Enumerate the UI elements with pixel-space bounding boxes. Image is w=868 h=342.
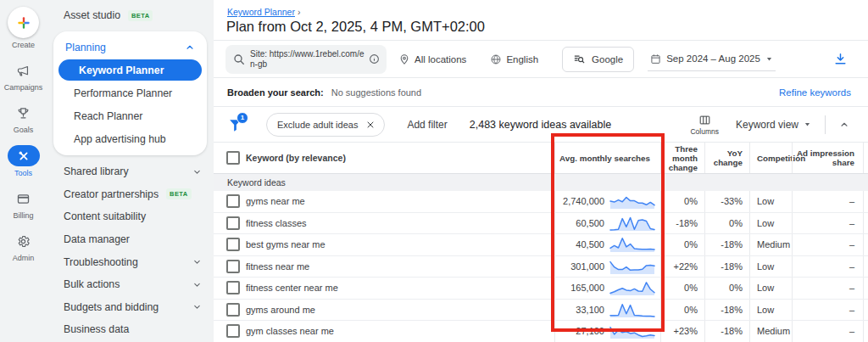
section-row-keyword-ideas: Keyword ideas (214, 174, 868, 191)
header-three-month-change[interactable]: Three month change (660, 143, 704, 173)
avg-searches-value: 301,000 (559, 261, 607, 272)
sidebar-item-troubleshooting[interactable]: Troubleshooting (47, 250, 214, 273)
language-selector[interactable]: English (490, 53, 538, 65)
avg-monthly-searches-cell: 165,000 (554, 278, 660, 299)
three-month-change-cell: +23% (660, 321, 704, 342)
breadcrumb-link[interactable]: Keyword Planner (227, 7, 295, 17)
sidebar-item-label: Business data (64, 323, 129, 335)
sidebar-item-shared-library[interactable]: Shared library (47, 160, 214, 183)
sidebar-item-budgets-and-bidding[interactable]: Budgets and bidding (47, 296, 214, 319)
sidebar-item-performance-planner[interactable]: Performance Planner (53, 82, 207, 105)
sidebar-item-label: Data manager (64, 233, 130, 245)
refine-keywords-link[interactable]: Refine keywords (779, 87, 851, 98)
rail-item-admin[interactable]: Admin (9, 231, 38, 262)
sidebar-item-reach-planner[interactable]: Reach Planner (53, 105, 207, 128)
chevron-up-icon (185, 42, 195, 53)
exclude-adult-ideas-chip[interactable]: Exclude adult ideas (266, 113, 385, 137)
network-selector[interactable]: Google (562, 47, 634, 72)
sidebar-item-business-data[interactable]: Business data (47, 318, 214, 341)
keyword-cell[interactable]: fitness near me (246, 256, 554, 278)
sidebar-item-keyword-planner[interactable]: Keyword Planner (58, 59, 202, 81)
search-icon (232, 53, 246, 66)
add-filter-button[interactable]: Add filter (407, 119, 447, 131)
yoy-change-cell: -18% (704, 300, 749, 321)
close-icon[interactable] (365, 120, 376, 130)
tools-icon (17, 149, 31, 163)
breadcrumb: Keyword Planner› (227, 7, 300, 17)
search-trend-sparkline (609, 279, 655, 296)
table-row: gym classes near me27,100+23%-18%Medium– (214, 321, 868, 342)
rail-item-tools[interactable]: Tools (8, 145, 40, 177)
keyword-view-dropdown[interactable]: Keyword view (736, 119, 811, 131)
beta-badge: BETA (128, 10, 153, 21)
vertical-divider (825, 115, 826, 134)
collapse-panel-button[interactable] (839, 120, 849, 130)
locations-label: All locations (415, 54, 466, 64)
row-gutter (863, 321, 868, 342)
sidebar-item-bulk-actions[interactable]: Bulk actions (47, 273, 214, 296)
row-checkbox[interactable] (214, 234, 246, 255)
header-keyword[interactable]: Keyword (by relevance) (246, 143, 554, 173)
yoy-change-cell: 0% (704, 213, 749, 234)
sidebar-item-asset-studio[interactable]: Asset studioBETA (47, 4, 214, 27)
columns-button[interactable]: Columns (690, 114, 719, 136)
table-header: Keyword (by relevance) Avg. monthly sear… (214, 143, 868, 174)
rail-item-goals[interactable]: Goals (9, 103, 38, 134)
date-range-selector[interactable]: Sep 2024 – Aug 2025 (648, 48, 776, 71)
sidebar-item-label: Keyword Planner (79, 64, 164, 76)
gear-icon (16, 234, 31, 249)
row-checkbox[interactable] (214, 191, 246, 212)
header-avg-monthly-searches[interactable]: Avg. monthly searches (554, 143, 660, 173)
keyword-cell[interactable]: gyms around me (246, 300, 554, 321)
row-checkbox[interactable] (214, 256, 246, 278)
select-all-checkbox[interactable] (214, 143, 246, 173)
site-search-input[interactable]: Site: https://www.1rebel.com/en-gb (225, 45, 387, 74)
keyword-cell[interactable]: best gyms near me (246, 234, 554, 255)
row-checkbox[interactable] (214, 300, 246, 321)
header-yoy-change[interactable]: YoY change (704, 143, 749, 173)
row-checkbox[interactable] (214, 278, 246, 299)
keyword-cell[interactable]: gym classes near me (246, 321, 554, 342)
rail-icon-wrap (9, 103, 38, 123)
download-button[interactable] (833, 52, 848, 66)
sidebar-item-planning[interactable]: Planning (53, 36, 207, 59)
search-trend-sparkline (609, 322, 655, 339)
avg-searches-value: 165,000 (559, 283, 607, 293)
rail-item-create[interactable]: Create (8, 7, 39, 49)
locations-selector[interactable]: All locations (398, 53, 466, 65)
rail-item-billing[interactable]: Billing (9, 188, 38, 220)
sidebar-item-content-suitability[interactable]: Content suitability (47, 205, 214, 228)
search-trend-sparkline (609, 236, 655, 253)
beta-badge: BETA (166, 188, 191, 199)
keyword-text: gyms around me (246, 305, 315, 315)
rail-item-campaigns[interactable]: Campaigns (4, 60, 43, 92)
search-trend-sparkline (609, 301, 655, 318)
avg-monthly-searches-cell: 2,740,000 (554, 191, 660, 212)
keyword-cell[interactable]: gyms near me (246, 191, 554, 212)
ad-impression-share-cell: – (792, 256, 863, 278)
rail-icon-wrap (9, 60, 38, 81)
header-competition[interactable]: Competition (749, 143, 792, 173)
sidebar-item-app-advertising-hub[interactable]: App advertising hub (53, 127, 207, 150)
table-row: fitness center near me165,0000%0%Low– (214, 278, 868, 300)
filter-button[interactable]: 1 (227, 116, 246, 133)
row-checkbox[interactable] (214, 321, 246, 342)
row-gutter (863, 256, 868, 278)
sidebar-item-label: Planning (65, 42, 106, 53)
ad-impression-share-cell: – (792, 300, 863, 321)
language-icon (490, 53, 502, 65)
header-ad-impression-share[interactable]: Ad impression share (792, 143, 863, 173)
keyword-cell[interactable]: fitness center near me (246, 278, 554, 299)
keyword-text: fitness center near me (246, 283, 338, 293)
broaden-status: No suggestions found (331, 87, 421, 98)
keyword-cell[interactable]: fitness classes (246, 213, 554, 234)
row-checkbox[interactable] (214, 213, 246, 234)
keyword-view-label: Keyword view (736, 119, 798, 131)
avg-searches-value: 40,500 (559, 239, 607, 249)
chip-label: Exclude adult ideas (277, 120, 358, 130)
avg-searches-value: 27,100 (559, 326, 607, 336)
google-ads-keyword-planner: CreateCampaignsGoalsToolsBillingAdmin As… (0, 0, 868, 342)
sidebar-item-creator-partnerships[interactable]: Creator partnershipsBETA (47, 183, 214, 206)
info-icon[interactable] (369, 53, 380, 64)
sidebar-item-data-manager[interactable]: Data manager (47, 228, 214, 251)
